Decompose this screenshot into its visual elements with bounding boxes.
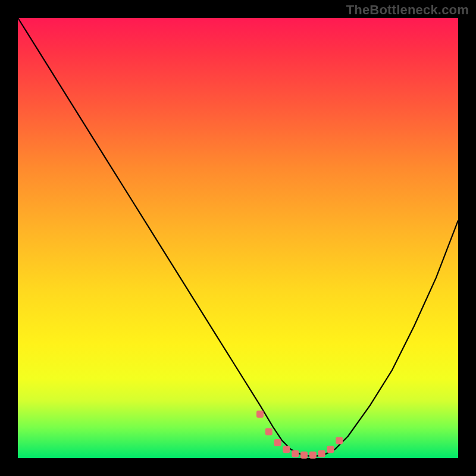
watermark-text: TheBottleneck.com <box>346 2 469 18</box>
plot-area <box>18 18 458 458</box>
chart-frame: TheBottleneck.com <box>0 0 476 476</box>
